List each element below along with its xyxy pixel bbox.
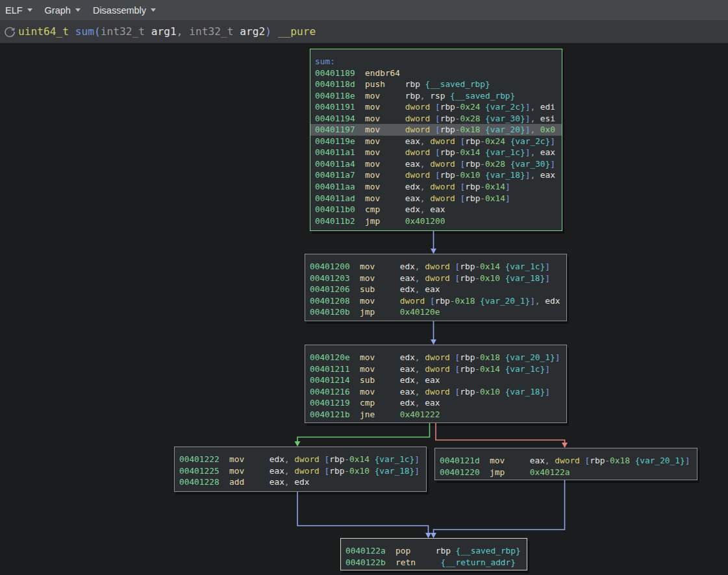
asm-line[interactable]: 0040120b jmp 0x40120e <box>305 306 566 318</box>
asm-token <box>386 546 395 556</box>
asm-token: - <box>475 262 480 271</box>
asm-token <box>430 170 435 180</box>
asm-line[interactable]: 0040122b retn {__return_addr} <box>341 557 527 569</box>
asm-token: eax <box>425 284 440 294</box>
asm-token <box>450 352 455 362</box>
asm-line[interactable]: 004011a4 mov eax, dword [rbp-0x28 {var_3… <box>310 158 562 170</box>
signature-token: arg2 <box>240 25 265 38</box>
menu-disassembly[interactable]: Disassembly <box>93 5 156 16</box>
asm-line[interactable]: 00401206 sub edx, eax <box>305 284 566 295</box>
asm-token: edx <box>545 296 560 306</box>
asm-token <box>480 456 490 465</box>
asm-line[interactable]: 00401194 mov dword [rbp-0x28 {var_30}], … <box>310 113 562 125</box>
asm-token: rbp <box>440 125 455 134</box>
asm-token: mov <box>360 364 375 374</box>
menu-elf[interactable]: ELF <box>5 5 32 16</box>
graph-view[interactable]: sum:00401189 endbr640040118d push rbp {_… <box>0 43 728 575</box>
asm-token: eax <box>540 147 555 157</box>
asm-line[interactable]: 00401189 endbr64 <box>310 67 562 79</box>
asm-line[interactable]: 004011aa mov edx, dword [rbp-0x14] <box>310 181 562 193</box>
asm-line[interactable]: 0040120e mov edx, dword [rbp-0x18 {var_2… <box>305 352 566 363</box>
asm-token <box>451 546 456 556</box>
asm-line[interactable]: 00401214 sub edx, eax <box>305 374 566 386</box>
asm-line[interactable]: 004011b2 jmp 0x401200 <box>310 215 562 227</box>
asm-line[interactable]: 0040122a pop rbp {__saved_rbp} <box>341 545 527 557</box>
asm-token: mov <box>365 170 380 180</box>
asm-line[interactable]: 00401225 mov eax, dword [rbp-0x10 {var_1… <box>175 465 426 477</box>
asm-token <box>450 262 455 271</box>
asm-line[interactable]: 0040118e mov rbp, rsp {__saved_rbp} <box>310 90 562 102</box>
asm-token: dword <box>430 159 455 169</box>
asm-line[interactable]: 0040121d mov eax, dword [rbp-0x18 {var_2… <box>435 455 697 467</box>
asm-token: rbp <box>465 136 480 146</box>
asm-line-highlighted[interactable]: 00401197 mov dword [rbp-0x18 {var_20}], … <box>310 124 562 136</box>
asm-line[interactable]: 00401216 mov eax, dword [rbp-0x10 {var_1… <box>305 386 566 398</box>
asm-token: , <box>284 466 294 476</box>
asm-token <box>350 375 360 385</box>
asm-token <box>480 170 485 180</box>
asm-token: eax <box>405 193 420 203</box>
asm-line[interactable]: 00401219 cmp edx, eax <box>305 397 566 409</box>
asm-token: 00401189 <box>315 68 355 78</box>
asm-token: , <box>530 102 540 112</box>
asm-token: , <box>530 114 540 123</box>
asm-token: {var_1c} <box>485 147 525 157</box>
asm-token: 0040122a <box>345 546 386 556</box>
block-401222[interactable]: 00401222 mov edx, dword [rbp-0x14 {var_1… <box>174 447 427 492</box>
block-401200[interactable]: 00401200 mov edx, dword [rbp-0x14 {var_1… <box>305 254 567 321</box>
asm-token <box>380 204 405 214</box>
asm-token: , <box>415 273 425 283</box>
function-signature[interactable]: uint64_t sum(int32_t arg1, int32_t arg2)… <box>18 25 316 38</box>
arrowhead-icon <box>431 339 436 345</box>
asm-line[interactable]: 00401200 mov edx, dword [rbp-0x14 {var_1… <box>305 261 566 273</box>
asm-token: 0040121d <box>440 456 480 465</box>
asm-token: mov <box>360 352 375 362</box>
block-401189[interactable]: sum:00401189 endbr640040118d push rbp {_… <box>310 49 562 231</box>
asm-token: {var_1c} <box>375 454 415 464</box>
refresh-icon[interactable] <box>3 25 16 38</box>
asm-token: jmp <box>360 307 375 317</box>
asm-token: ] <box>545 364 550 374</box>
asm-line[interactable]: 004011a7 mov dword [rbp-0x10 {var_18}], … <box>310 169 562 181</box>
asm-line[interactable]: 00401220 jmp 0x40122a <box>435 467 697 478</box>
asm-token: 00401191 <box>315 102 355 112</box>
asm-line[interactable]: 00401211 mov eax, dword [rbp-0x14 {var_1… <box>305 363 566 375</box>
asm-line[interactable]: 00401203 mov eax, dword [rbp-0x10 {var_1… <box>305 273 566 284</box>
asm-token <box>455 182 460 191</box>
asm-line[interactable]: 0040119e mov eax, dword [rbp-0x24 {var_2… <box>310 136 562 147</box>
asm-token <box>425 296 430 306</box>
asm-token: rbp <box>435 296 450 306</box>
asm-token: 0x24 <box>460 102 481 112</box>
asm-line[interactable]: 004011a1 mov dword [rbp-0x14 {var_1c}], … <box>310 147 562 158</box>
block-40120e[interactable]: 0040120e mov edx, dword [rbp-0x18 {var_2… <box>305 345 567 423</box>
arrowhead-icon <box>295 441 301 447</box>
asm-token <box>455 193 460 203</box>
asm-token: 0x14 <box>460 147 481 157</box>
asm-token: 0x40122a <box>530 467 570 477</box>
signature-token: ( <box>94 25 101 38</box>
asm-token: 00401222 <box>179 454 220 464</box>
asm-token: rbp <box>440 114 455 123</box>
asm-line[interactable]: 004011b0 cmp edx, eax <box>310 204 562 215</box>
menu-graph[interactable]: Graph <box>45 5 81 16</box>
block-40122a[interactable]: 0040122a pop rbp {__saved_rbp}0040122b r… <box>340 538 527 570</box>
block-40121d[interactable]: 0040121d mov eax, dword [rbp-0x18 {var_2… <box>434 448 697 480</box>
asm-token: - <box>344 466 349 476</box>
asm-line[interactable]: 00401222 mov edx, dword [rbp-0x14 {var_1… <box>175 454 426 465</box>
asm-line[interactable]: 0040118d push rbp {__saved_rbp} <box>310 79 562 90</box>
asm-token <box>505 467 530 477</box>
asm-token <box>350 307 360 317</box>
asm-token: pop <box>395 546 410 556</box>
asm-line[interactable]: 00401208 mov dword [rbp-0x18 {var_20_1}]… <box>305 295 566 307</box>
asm-token: mov <box>365 147 380 157</box>
asm-line[interactable]: 004011ad mov eax, dword [rbp-0x14] <box>310 193 562 204</box>
asm-token <box>380 114 405 123</box>
chevron-down-icon <box>75 8 81 12</box>
asm-token: eax <box>270 466 284 476</box>
asm-line[interactable]: sum: <box>310 56 562 67</box>
asm-line[interactable]: 00401191 mov dword [rbp-0x24 {var_2c}], … <box>310 101 562 113</box>
asm-token <box>350 398 360 408</box>
asm-line[interactable]: 0040121b jne 0x401222 <box>305 409 566 421</box>
menu-bar: ELF Graph Disassembly <box>0 0 728 20</box>
asm-line[interactable]: 00401228 add eax, edx <box>175 476 426 488</box>
